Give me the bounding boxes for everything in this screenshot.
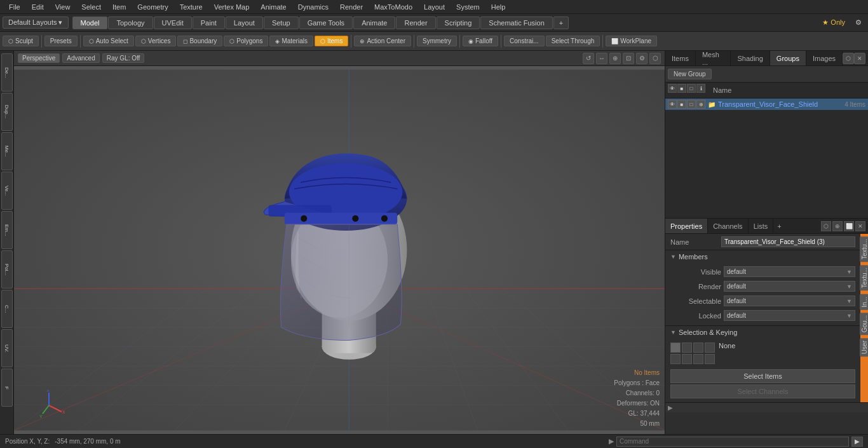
tab-images[interactable]: Images xyxy=(806,51,843,65)
left-panel-item-em[interactable]: Em... xyxy=(1,211,13,249)
keying-btn-7[interactable] xyxy=(693,354,703,364)
vert-tab-in[interactable]: In... xyxy=(860,294,869,310)
keying-btn-4[interactable] xyxy=(705,343,715,353)
select-items-button[interactable]: Select Items xyxy=(670,369,855,383)
materials-button[interactable]: ◈ Materials xyxy=(269,36,313,46)
viewport-icon-rotate[interactable]: ↺ xyxy=(583,53,594,64)
keying-btn-2[interactable] xyxy=(682,343,692,353)
render-icon[interactable]: ■ xyxy=(677,84,686,93)
command-arrow[interactable]: ▶ xyxy=(609,437,614,445)
group-info-icon[interactable]: ⊕ xyxy=(696,100,705,109)
keying-btn-5[interactable] xyxy=(670,354,681,364)
keying-btn-8[interactable] xyxy=(705,354,715,364)
boundary-button[interactable]: ◻ Boundary xyxy=(177,36,222,46)
falloff-button[interactable]: ◉ Falloff xyxy=(463,36,498,46)
tab-topology[interactable]: Topology xyxy=(108,17,153,29)
select-channels-button[interactable]: Select Channels xyxy=(670,384,855,398)
tab-schematic-fusion[interactable]: Schematic Fusion xyxy=(480,17,552,29)
viewport-icon-zoom[interactable]: ⊕ xyxy=(609,53,621,64)
layout-dropdown[interactable]: Default Layouts ▾ xyxy=(3,17,69,29)
tab-layout[interactable]: Layout xyxy=(226,17,263,29)
prop-icon-1[interactable]: ⬡ xyxy=(821,221,831,231)
eye-icon[interactable]: 👁 xyxy=(668,84,677,93)
tab-shading[interactable]: Shading xyxy=(731,51,770,65)
workplane-button[interactable]: ⬜ WorkPlane xyxy=(606,36,657,46)
tab-scripting[interactable]: Scripting xyxy=(437,17,480,29)
keying-btn-1[interactable] xyxy=(670,343,681,353)
perspective-button[interactable]: Perspective xyxy=(18,53,60,63)
menu-layout[interactable]: Layout xyxy=(419,2,450,12)
menu-item[interactable]: Item xyxy=(107,2,131,12)
command-go-button[interactable]: ▶ xyxy=(851,437,863,447)
menu-geometry[interactable]: Geometry xyxy=(132,2,173,12)
action-center-button[interactable]: ⊕ Action Center xyxy=(354,36,411,46)
layout-gear-icon[interactable]: ⚙ xyxy=(851,17,865,28)
tab-render[interactable]: Render xyxy=(396,17,435,29)
new-group-button[interactable]: New Group xyxy=(668,69,712,79)
info-icon[interactable]: ℹ xyxy=(696,84,705,93)
prop-expand-icon[interactable]: ⬜ xyxy=(844,221,854,231)
raygl-button[interactable]: Ray GL: Off xyxy=(102,53,145,63)
keying-btn-3[interactable] xyxy=(693,343,703,353)
visible-dropdown[interactable]: default ▼ xyxy=(724,266,855,277)
items-button[interactable]: ⬡ Items xyxy=(315,36,348,46)
prop-close-icon[interactable]: ✕ xyxy=(855,221,865,231)
tab-animate[interactable]: Animate xyxy=(353,17,395,29)
group-eye-icon[interactable]: 👁 xyxy=(668,100,677,109)
menu-edit[interactable]: Edit xyxy=(27,2,49,12)
constrain-button[interactable]: Constrai... xyxy=(504,36,545,46)
prop-tab-channels[interactable]: Channels xyxy=(708,219,748,233)
tab-uvedit[interactable]: UVEdit xyxy=(154,17,192,29)
left-panel-item-de[interactable]: De... xyxy=(1,53,13,92)
sculpt-button[interactable]: ⬡ Sculpt xyxy=(3,36,39,46)
name-input[interactable] xyxy=(721,236,855,247)
advanced-button[interactable]: Advanced xyxy=(62,53,99,63)
prop-tab-plus[interactable]: + xyxy=(773,221,785,231)
right-panel-expand[interactable]: ⬡ xyxy=(843,53,854,64)
menu-system[interactable]: System xyxy=(451,2,485,12)
menu-texture[interactable]: Texture xyxy=(175,2,208,12)
render-dropdown[interactable]: default ▼ xyxy=(724,281,855,292)
menu-dynamics[interactable]: Dynamics xyxy=(293,2,334,12)
menu-select[interactable]: Select xyxy=(76,2,106,12)
tab-items[interactable]: Items xyxy=(665,51,696,65)
left-panel-item-uv[interactable]: UV. xyxy=(1,329,13,367)
right-panel-close[interactable]: ✕ xyxy=(854,53,865,64)
tab-game-tools[interactable]: Game Tools xyxy=(299,17,353,29)
presets-button[interactable]: Presets xyxy=(44,36,78,46)
menu-maxtomodo[interactable]: MaxToModo xyxy=(369,2,417,12)
menu-view[interactable]: View xyxy=(50,2,76,12)
symmetry-button[interactable]: Symmetry xyxy=(417,36,457,46)
vert-tab-textu1[interactable]: Textu... xyxy=(860,236,869,262)
vert-tab-user[interactable]: User xyxy=(860,338,869,356)
viewport[interactable]: Perspective Advanced Ray GL: Off ↺ ↔ ⊕ ⊡… xyxy=(14,51,665,434)
left-panel-item-me[interactable]: Me... xyxy=(1,132,13,170)
viewport-icon-fit[interactable]: ⊡ xyxy=(623,53,634,64)
prop-tab-lists[interactable]: Lists xyxy=(749,219,774,233)
menu-render[interactable]: Render xyxy=(335,2,368,12)
selectable-dropdown[interactable]: default ▼ xyxy=(724,295,855,306)
vert-tab-textu2[interactable]: Textu... xyxy=(860,265,869,290)
tab-groups[interactable]: Groups xyxy=(770,51,806,65)
group-render-icon[interactable]: ■ xyxy=(677,100,686,109)
auto-select-button[interactable]: ⬡ Auto Select xyxy=(83,36,134,46)
left-panel-item-ve[interactable]: Ve... xyxy=(1,172,13,210)
viewport-icon-pan[interactable]: ↔ xyxy=(596,53,607,64)
tab-paint[interactable]: Paint xyxy=(193,17,225,29)
vert-tab-gou[interactable]: Gou... xyxy=(860,313,869,335)
polygons-button[interactable]: ⬡ Polygons xyxy=(224,36,268,46)
left-panel-item-pol[interactable]: Pol... xyxy=(1,250,13,288)
group-lock-icon[interactable]: □ xyxy=(687,100,696,109)
keying-btn-6[interactable] xyxy=(682,354,692,364)
layout-add-tab[interactable]: + xyxy=(553,17,569,29)
vertices-button[interactable]: ⬡ Vertices xyxy=(135,36,177,46)
viewport-icon-settings[interactable]: ⚙ xyxy=(636,53,648,64)
command-input[interactable] xyxy=(616,437,849,447)
prop-icon-2[interactable]: ⊕ xyxy=(832,221,843,231)
select-through-button[interactable]: Select Through xyxy=(546,36,600,46)
group-item[interactable]: 👁 ■ □ ⊕ 📁 Transparent_Visor_Face_Shield … xyxy=(665,98,868,110)
menu-file[interactable]: File xyxy=(4,2,25,12)
viewport-expand[interactable]: ⬡ xyxy=(649,53,661,64)
locked-dropdown[interactable]: default ▼ xyxy=(724,310,855,321)
left-panel-item-dup[interactable]: Dup... xyxy=(1,93,13,131)
